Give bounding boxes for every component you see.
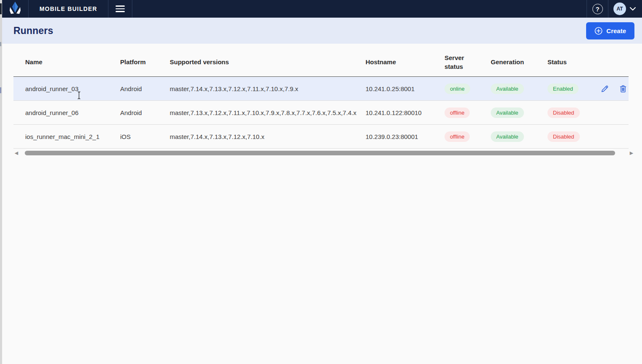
column-header-generation: Generation bbox=[491, 58, 547, 66]
generation-badge: Available bbox=[491, 84, 524, 94]
question-circle-icon: ? bbox=[592, 4, 603, 14]
server-status-badge: online bbox=[445, 84, 470, 94]
hamburger-menu-button[interactable] bbox=[108, 0, 132, 18]
scroll-left-arrow[interactable]: ◀ bbox=[13, 150, 19, 156]
scrollbar-thumb[interactable] bbox=[25, 151, 615, 155]
runner-name: android_runner_03 bbox=[13, 85, 120, 92]
scrollbar-track[interactable] bbox=[21, 150, 627, 155]
brand-title[interactable]: MOBILE BUILDER bbox=[29, 0, 108, 18]
runner-name: android_runner_06 bbox=[13, 109, 120, 116]
column-header-server-status: Server status bbox=[445, 54, 478, 71]
server-status-badge: offline bbox=[445, 107, 470, 118]
screen-edge-artifact bbox=[0, 0, 2, 364]
hamburger-icon bbox=[116, 5, 125, 12]
user-menu[interactable]: AT bbox=[608, 0, 642, 18]
runner-name: ios_runner_mac_mini_2_1 bbox=[13, 133, 120, 140]
generation-badge: Available bbox=[491, 107, 524, 118]
runner-platform: Android bbox=[120, 85, 170, 92]
generation-badge: Available bbox=[491, 131, 524, 142]
horizontal-scrollbar: ◀ ▶ bbox=[13, 149, 634, 157]
page-header: Runners Create bbox=[2, 18, 642, 44]
runner-versions: master,7.14.x,7.13.x,7.12.x,7.11.x,7.10.… bbox=[170, 85, 366, 92]
column-header-name: Name bbox=[13, 58, 120, 66]
create-button-label: Create bbox=[606, 27, 626, 34]
delete-button[interactable] bbox=[618, 84, 628, 93]
chevron-down-icon bbox=[629, 5, 636, 13]
text-cursor-pointer bbox=[77, 91, 81, 100]
column-header-status: Status bbox=[547, 58, 600, 66]
column-header-versions: Supported versions bbox=[170, 58, 366, 66]
runners-table: Name Platform Supported versions Hostnam… bbox=[13, 48, 629, 149]
status-badge: Enabled bbox=[547, 84, 579, 94]
page-title: Runners bbox=[13, 25, 53, 37]
table-row[interactable]: android_runner_06 Android master,7.13.x,… bbox=[13, 101, 629, 125]
status-badge: Disabled bbox=[547, 107, 580, 118]
help-button[interactable]: ? bbox=[587, 0, 608, 18]
column-header-platform: Platform bbox=[120, 58, 170, 66]
runner-platform: Android bbox=[120, 109, 170, 116]
top-navbar: MOBILE BUILDER ? AT bbox=[2, 0, 642, 18]
navbar-spacer bbox=[132, 0, 587, 18]
server-status-badge: offline bbox=[445, 131, 470, 142]
status-badge: Disabled bbox=[547, 131, 580, 142]
runner-hostname: 10.239.0.23:80001 bbox=[366, 133, 445, 140]
table-row[interactable]: android_runner_03 Android master,7.14.x,… bbox=[13, 77, 629, 101]
scroll-right-arrow[interactable]: ▶ bbox=[629, 150, 634, 156]
table-header-row: Name Platform Supported versions Hostnam… bbox=[13, 48, 629, 77]
column-header-hostname: Hostname bbox=[366, 58, 445, 66]
plus-circle-icon bbox=[595, 27, 603, 35]
runner-platform: iOS bbox=[120, 133, 170, 140]
runner-hostname: 10.241.0.25:8001 bbox=[366, 85, 445, 92]
app-screen: MOBILE BUILDER ? AT Runners Create Name … bbox=[0, 0, 642, 364]
create-button[interactable]: Create bbox=[586, 22, 634, 39]
runner-versions: master,7.13.x,7.12.x,7.11.x,7.10.x,7.9.x… bbox=[170, 109, 366, 116]
mobile-builder-logo-icon bbox=[9, 1, 21, 16]
table-row[interactable]: ios_runner_mac_mini_2_1 iOS master,7.14.… bbox=[13, 125, 629, 149]
edit-button[interactable] bbox=[600, 84, 609, 93]
runner-hostname: 10.241.0.122:80010 bbox=[366, 109, 445, 116]
avatar: AT bbox=[613, 3, 626, 15]
logo-link[interactable] bbox=[2, 0, 29, 18]
runner-versions: master,7.14.x,7.13.x,7.12.x,7.10.x bbox=[170, 133, 366, 140]
